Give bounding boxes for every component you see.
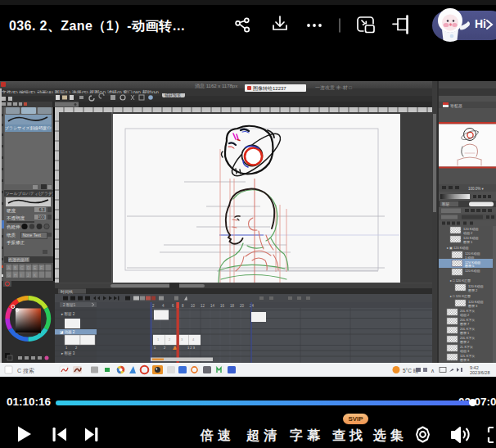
svg-text:∧: ∧ [431,368,435,373]
svg-text:图层: 图层 [442,202,450,206]
svg-text:H: H [14,273,17,278]
svg-text:D: D [27,265,30,270]
svg-text:2: 2 [164,346,166,350]
svg-text:18: 18 [230,304,235,308]
svg-text:1 动画: 1 动画 [465,256,474,260]
svg-text:导航器: 导航器 [450,103,462,109]
svg-text:20: 20 [240,304,245,308]
svg-text:动画 2: 动画 2 [463,231,473,235]
svg-text:图层 7: 图层 7 [460,322,470,326]
svg-text:图层 2: 图层 2 [468,288,478,292]
svg-text:动画 2: 动画 2 [460,313,470,317]
svg-text:时间线: 时间线 [61,289,73,295]
svg-text:图层 5: 图层 5 [465,264,475,268]
svg-text:▸ 图层 2: ▸ 图层 2 [61,312,75,316]
svg-text:2 图层1: 2 图层1 [63,303,76,307]
svg-text:C 搜索: C 搜索 [17,368,34,374]
svg-text:10: 10 [191,304,196,308]
svg-text:▸ ▣ 120 K动画: ▸ ▣ 120 K动画 [447,246,468,250]
svg-text:120 K动画: 120 K动画 [465,269,480,273]
svg-text:图层 2: 图层 2 [460,340,470,344]
svg-text:I: I [20,273,21,278]
svg-text:1: 1 [154,346,156,350]
svg-text:C: C [20,265,24,270]
svg-text:24: 24 [250,304,255,308]
svg-text:图层 3: 图层 3 [468,304,478,308]
svg-text:◪ 动画 2: ◪ 动画 2 [60,330,75,334]
svg-text:12: 12 [201,304,205,308]
svg-text:▸ □ 120 K正面: ▸ □ 120 K正面 [450,278,471,283]
svg-text:图层 1: 图层 1 [460,331,470,335]
svg-text:16: 16 [220,304,225,308]
svg-text:▸ □ 120 K正面: ▸ □ 120 K正面 [450,294,471,298]
svg-text:2023/6/28: 2023/6/28 [470,370,489,375]
svg-text:图层 1: 图层 1 [463,240,473,244]
svg-text:1 2 3: 1 2 3 [187,346,196,350]
svg-text:F: F [40,265,43,270]
svg-text:14: 14 [210,304,215,308]
svg-text:G: G [7,273,11,278]
svg-text:动画 3: 动画 3 [460,349,470,353]
svg-text:▸ 图层 3: ▸ 图层 3 [61,351,75,355]
svg-text:图层 8: 图层 8 [460,358,470,362]
svg-text:100.0% ▾: 100.0% ▾ [468,187,485,191]
